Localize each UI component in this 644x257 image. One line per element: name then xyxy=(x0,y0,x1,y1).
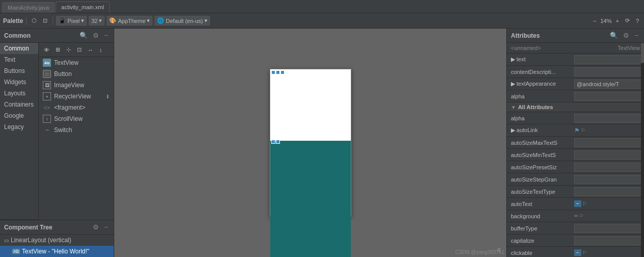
attr-autosizemax-name: autoSizeMaxTextS xyxy=(511,140,572,146)
all-attr-collapse-icon: ▼ xyxy=(511,105,516,110)
attr-textappearance-input[interactable] xyxy=(574,80,644,89)
device-label: Pixel xyxy=(67,18,80,24)
zoom-level: 14% xyxy=(600,18,611,24)
help-btn[interactable]: ? xyxy=(634,17,641,25)
attr-autotext-flag: ⚐ xyxy=(582,201,587,207)
switch-icon: ⊸ xyxy=(43,126,51,134)
cursor-btn[interactable]: ⊹ xyxy=(64,45,73,54)
selection-indicator xyxy=(271,70,285,74)
grid-btn[interactable]: ⊞ xyxy=(54,45,62,54)
widget-switch[interactable]: ⊸ Switch xyxy=(39,124,114,136)
device-dropdown[interactable]: 📱 Pixel ▾ xyxy=(56,16,87,25)
attr-class-type: TextView xyxy=(617,45,640,51)
fit-btn[interactable]: ⊡ xyxy=(75,45,84,54)
attr-autosizetype-input[interactable] xyxy=(574,187,644,196)
attr-close-btn[interactable]: − xyxy=(633,31,640,40)
palette-cat-widgets[interactable]: Widgets xyxy=(0,76,38,88)
component-tree-settings-btn[interactable]: ⚙ xyxy=(91,223,100,232)
secondary-toolbar: 👁 ⊞ ⊹ ⊡ ↔ ↕ xyxy=(39,43,114,57)
theme-dropdown[interactable]: 🎨 AppTheme ▾ xyxy=(107,16,152,25)
component-tree-title: Component Tree xyxy=(4,224,53,231)
attr-alpha-input[interactable] xyxy=(574,114,644,123)
phone-screen-dark xyxy=(270,141,351,257)
horiz-btn[interactable]: ↔ xyxy=(86,46,95,54)
attr-autotext-row: autoText − ⚐ xyxy=(507,198,644,210)
phone-frame xyxy=(270,69,351,217)
palette-search-btn[interactable]: 🔍 xyxy=(78,31,89,40)
zoom-out-btn[interactable]: − xyxy=(591,17,598,25)
attr-alpha-quick-value: ⚐ xyxy=(574,92,644,101)
theme-label: AppTheme xyxy=(118,18,145,24)
attr-autosizemin-value: ⚐ xyxy=(574,150,644,160)
component-tree-close-btn[interactable]: − xyxy=(102,223,110,232)
palette-cat-text[interactable]: Text xyxy=(0,54,38,65)
attr-alpha-quick-row: alpha ⚐ xyxy=(507,90,644,102)
attr-autosizemax-input[interactable] xyxy=(574,138,644,147)
switch-label: Switch xyxy=(54,126,110,134)
tab-activity-main[interactable]: activity_main.xml xyxy=(56,2,110,13)
sel-dot-1 xyxy=(271,70,275,74)
widget-recyclerview[interactable]: ≡ RecyclerView ⬇ xyxy=(39,91,114,102)
attr-clickable-name: clickable xyxy=(511,250,572,256)
button-label: Button xyxy=(54,70,110,78)
refresh-btn[interactable]: ⟳ xyxy=(623,16,632,25)
attr-buffertype-input[interactable] xyxy=(574,224,644,233)
all-attributes-header[interactable]: ▼ All Attributes xyxy=(507,102,644,112)
widget-fragment[interactable]: <> <fragment> xyxy=(39,102,114,113)
attr-capitalize-input[interactable] xyxy=(574,236,644,245)
attr-settings-btn[interactable]: ⚙ xyxy=(622,31,631,40)
attr-content-desc-value: ⚐ xyxy=(574,67,644,76)
imageview-icon: 🖼 xyxy=(43,81,51,89)
widget-scrollview[interactable]: ↕ ScrollView xyxy=(39,113,114,124)
palette-cat-google[interactable]: Google xyxy=(0,110,38,121)
attr-autosizetype-row: autoSizeTextType ▾ xyxy=(507,186,644,198)
palette-cat-buttons[interactable]: Buttons xyxy=(0,65,38,76)
tree-textview[interactable]: Ab TextView - "Hello World!" xyxy=(0,246,114,257)
eye-btn[interactable]: 👁 xyxy=(42,46,51,54)
widget-button[interactable]: □ Button xyxy=(39,68,114,80)
top-toolbar: Palette ⬡ ⊡ 📱 Pixel ▾ 32 ▾ 🎨 AppTheme ▾ … xyxy=(0,13,644,29)
vert-btn[interactable]: ↕ xyxy=(97,46,105,54)
palette-cat-layouts[interactable]: Layouts xyxy=(0,88,38,99)
component-tree-header: Component Tree ⚙ − xyxy=(0,220,114,235)
attr-alpha-quick-input[interactable] xyxy=(574,92,644,101)
attr-buffertype-value: ▾ xyxy=(574,224,644,233)
phone-screen-top xyxy=(270,69,351,141)
attr-text-input[interactable] xyxy=(574,55,644,64)
tab-mainactivity[interactable]: MainActivity.java xyxy=(2,2,55,13)
palette-cat-common[interactable]: Common xyxy=(0,43,38,54)
fragment-label: <fragment> xyxy=(54,104,110,111)
attr-clickable-icon-btn[interactable]: − xyxy=(574,249,581,256)
widget-textview[interactable]: Ab TextView xyxy=(39,57,114,68)
attr-autosizemin-input[interactable] xyxy=(574,150,644,160)
blueprint-mode-btn[interactable]: ⊡ xyxy=(41,16,49,25)
main-area: Common 🔍 ⚙ − Common Text Buttons Widgets… xyxy=(0,29,644,257)
editor-canvas[interactable]: // CSDN @yang369741 xyxy=(114,29,506,257)
screen-selection xyxy=(271,140,280,144)
zoom-in-btn[interactable]: + xyxy=(613,17,621,25)
palette-cat-containers[interactable]: Containers xyxy=(0,99,38,110)
attr-content-desc-input[interactable] xyxy=(574,67,644,76)
attr-background-value: ✏ ⚐ xyxy=(574,213,640,219)
palette-close-btn[interactable]: − xyxy=(102,31,110,40)
select-mode-btn[interactable]: ⬡ xyxy=(30,16,39,25)
tree-linearlayout[interactable]: ▭ LinearLayout (vertical) xyxy=(0,235,114,246)
attr-autosizestep-row: autoSizeStepGran ⚐ xyxy=(507,173,644,186)
recyclerview-label: RecyclerView xyxy=(54,93,102,100)
api-chevron: ▾ xyxy=(99,17,102,24)
attr-capitalize-row: capitalize ▾ xyxy=(507,235,644,247)
attr-content-desc-name: contentDescripti... xyxy=(511,69,572,75)
attr-autolink-value: ⚑ ⚐ xyxy=(574,127,640,134)
scrollbar-thumb xyxy=(641,43,644,63)
palette-cat-legacy[interactable]: Legacy xyxy=(0,121,38,133)
palette-settings-btn[interactable]: ⚙ xyxy=(91,31,100,40)
api-dropdown[interactable]: 32 ▾ xyxy=(89,16,105,25)
locale-dropdown[interactable]: 🌐 Default (en-us) ▾ xyxy=(154,16,210,25)
widget-imageview[interactable]: 🖼 ImageView xyxy=(39,80,114,91)
scrollbar[interactable] xyxy=(641,43,644,257)
attr-autosizepreset-input[interactable] xyxy=(574,163,644,172)
attr-alpha-quick-name: alpha xyxy=(511,93,572,99)
attr-search-btn[interactable]: 🔍 xyxy=(608,31,620,40)
attr-autotext-icon-btn[interactable]: − xyxy=(574,200,581,207)
attr-autosizestep-input[interactable] xyxy=(574,175,644,184)
